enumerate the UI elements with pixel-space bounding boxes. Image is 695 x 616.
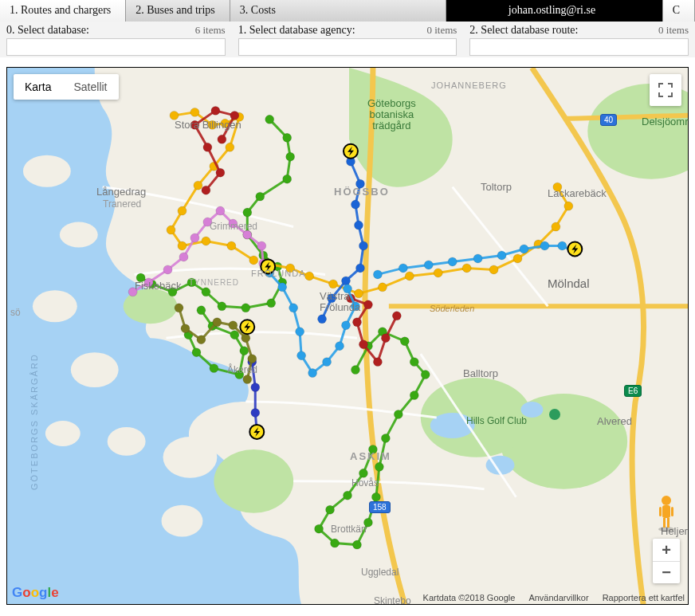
svg-point-132 (336, 342, 344, 351)
tab-extra[interactable]: C (663, 0, 695, 22)
main-tabbar: 1. Routes and chargers 2. Buses and trip… (0, 0, 695, 22)
svg-point-19 (286, 152, 295, 161)
svg-point-95 (203, 143, 212, 151)
svg-point-109 (190, 233, 199, 242)
svg-point-150 (175, 304, 183, 312)
svg-point-101 (359, 340, 367, 349)
tab-buses-trips[interactable]: 2. Buses and trips (126, 0, 230, 22)
svg-point-102 (373, 358, 382, 367)
svg-point-129 (297, 351, 306, 360)
svg-point-133 (342, 321, 351, 330)
svg-point-71 (167, 226, 175, 234)
svg-point-143 (540, 241, 549, 250)
pegman-control[interactable] (653, 492, 680, 532)
map-footer: Kartdata ©2018 Google Användarvillkor Ra… (423, 593, 685, 602)
svg-point-131 (323, 358, 332, 367)
tab-routes-chargers[interactable]: 1. Routes and chargers (0, 0, 126, 22)
svg-point-164 (662, 496, 671, 505)
selector-database-count: 6 items (195, 24, 226, 37)
svg-point-147 (251, 383, 260, 392)
map-terms-link[interactable]: Användarvillkor (528, 593, 588, 602)
selector-agency-count: 0 items (426, 24, 457, 37)
svg-point-140 (473, 254, 482, 263)
zoom-out-button[interactable]: − (653, 561, 680, 583)
map-type-karta[interactable]: Karta (14, 74, 62, 100)
svg-point-48 (421, 371, 430, 379)
road-shield-e6: E6 (624, 385, 642, 397)
map-report-link[interactable]: Rapportera ett kartfel (603, 593, 685, 602)
svg-rect-165 (662, 505, 670, 518)
svg-point-40 (210, 364, 218, 373)
svg-point-97 (202, 186, 210, 194)
svg-point-51 (381, 434, 390, 442)
svg-point-38 (240, 347, 249, 355)
svg-point-152 (197, 335, 206, 344)
svg-point-121 (355, 264, 364, 273)
svg-point-49 (410, 391, 418, 400)
svg-rect-168 (659, 507, 662, 516)
selector-database-input[interactable] (6, 38, 226, 56)
svg-point-136 (373, 270, 382, 279)
svg-point-127 (289, 304, 298, 312)
svg-point-93 (211, 106, 220, 115)
svg-point-20 (283, 175, 292, 183)
tab-costs[interactable]: 3. Costs (230, 0, 446, 22)
svg-point-155 (241, 334, 250, 343)
svg-point-30 (202, 288, 210, 296)
fullscreen-button[interactable] (650, 74, 681, 106)
svg-point-139 (448, 257, 457, 266)
svg-point-37 (230, 331, 239, 339)
svg-point-138 (424, 261, 433, 269)
svg-point-83 (434, 269, 442, 277)
svg-point-7 (163, 437, 218, 478)
svg-point-27 (267, 299, 276, 308)
svg-point-28 (241, 304, 250, 312)
svg-point-60 (359, 469, 367, 477)
svg-point-79 (329, 280, 338, 288)
svg-point-58 (326, 505, 335, 514)
svg-point-144 (558, 241, 567, 250)
svg-point-151 (181, 324, 190, 333)
svg-point-22 (243, 208, 252, 217)
selector-route-count: 0 items (658, 24, 689, 37)
road-shield-158: 158 (369, 501, 391, 513)
poi-icon (549, 409, 560, 420)
svg-point-3 (33, 290, 77, 322)
svg-point-67 (226, 143, 234, 151)
svg-point-88 (552, 222, 560, 231)
selector-agency-label: 1. Select database agency: (238, 24, 355, 37)
svg-point-124 (318, 315, 327, 324)
svg-point-114 (257, 241, 266, 250)
selector-agency-input[interactable] (238, 38, 457, 56)
google-logo: Google (12, 585, 59, 601)
svg-point-91 (218, 135, 226, 143)
svg-point-81 (378, 283, 387, 292)
selector-row: 0. Select database: 6 items 1. Select da… (0, 22, 695, 57)
svg-point-107 (163, 265, 172, 274)
svg-point-21 (256, 192, 265, 201)
svg-point-8 (162, 505, 203, 537)
map-type-satellit[interactable]: Satellit (62, 74, 118, 100)
svg-point-1 (23, 155, 71, 187)
zoom-in-button[interactable]: + (653, 539, 680, 561)
svg-point-63 (190, 108, 199, 116)
svg-point-29 (218, 302, 226, 311)
svg-point-137 (399, 264, 407, 273)
svg-point-96 (216, 168, 225, 177)
svg-point-74 (227, 241, 236, 250)
svg-point-73 (202, 237, 210, 245)
svg-point-85 (489, 265, 498, 274)
svg-point-84 (462, 264, 471, 273)
svg-point-128 (296, 328, 304, 336)
svg-rect-167 (667, 518, 669, 528)
svg-point-52 (375, 462, 383, 471)
svg-point-17 (265, 115, 274, 124)
tab-user[interactable]: johan.ostling@ri.se (446, 0, 662, 22)
svg-point-41 (192, 348, 201, 357)
svg-point-108 (179, 253, 188, 261)
map[interactable]: JOHANNEBERG Göteborgsbotaniskaträdgård D… (6, 67, 689, 605)
svg-point-69 (194, 181, 202, 190)
svg-point-142 (520, 245, 528, 253)
selector-database: 0. Select database: 6 items (0, 22, 232, 57)
selector-route-input[interactable] (469, 38, 689, 56)
